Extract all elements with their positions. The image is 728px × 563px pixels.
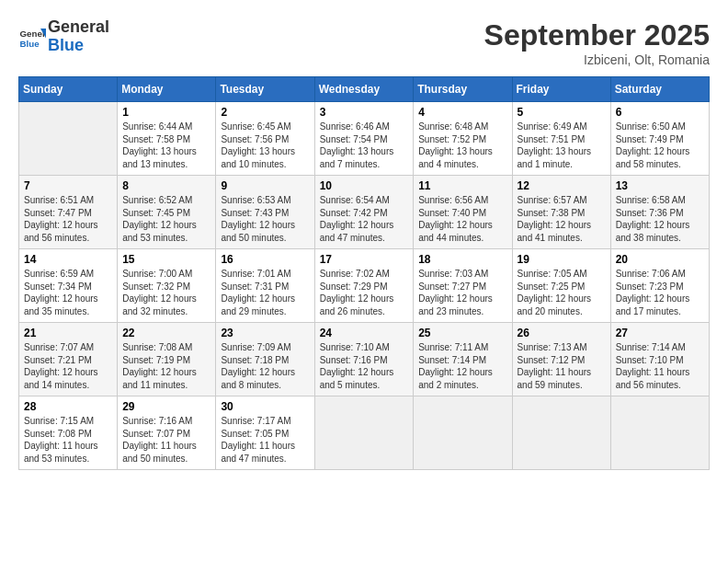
calendar-cell: 15Sunrise: 7:00 AM Sunset: 7:32 PM Dayli… <box>118 249 216 323</box>
day-header-saturday: Saturday <box>610 77 709 102</box>
day-info: Sunrise: 6:50 AM Sunset: 7:49 PM Dayligh… <box>616 121 704 170</box>
calendar-cell: 1Sunrise: 6:44 AM Sunset: 7:58 PM Daylig… <box>118 102 216 176</box>
day-info: Sunrise: 6:46 AM Sunset: 7:54 PM Dayligh… <box>320 121 409 170</box>
calendar-header-row: SundayMondayTuesdayWednesdayThursdayFrid… <box>19 77 710 102</box>
svg-text:Blue: Blue <box>20 38 40 48</box>
day-info: Sunrise: 7:06 AM Sunset: 7:23 PM Dayligh… <box>616 268 704 317</box>
calendar-cell: 27Sunrise: 7:14 AM Sunset: 7:10 PM Dayli… <box>610 323 709 396</box>
day-header-sunday: Sunday <box>19 77 118 102</box>
day-info: Sunrise: 7:07 AM Sunset: 7:21 PM Dayligh… <box>24 341 112 391</box>
day-info: Sunrise: 6:59 AM Sunset: 7:34 PM Dayligh… <box>24 268 112 317</box>
calendar-cell: 26Sunrise: 7:13 AM Sunset: 7:12 PM Dayli… <box>512 323 610 396</box>
location: Izbiceni, Olt, Romania <box>484 52 710 67</box>
calendar-cell: 24Sunrise: 7:10 AM Sunset: 7:16 PM Dayli… <box>314 323 414 396</box>
day-number: 27 <box>616 327 704 339</box>
calendar-cell: 9Sunrise: 6:53 AM Sunset: 7:43 PM Daylig… <box>216 176 314 249</box>
day-info: Sunrise: 6:58 AM Sunset: 7:36 PM Dayligh… <box>616 194 704 244</box>
day-number: 24 <box>320 327 409 339</box>
day-number: 7 <box>24 179 112 192</box>
calendar-cell: 3Sunrise: 6:46 AM Sunset: 7:54 PM Daylig… <box>314 102 414 176</box>
day-number: 26 <box>518 327 606 339</box>
title-block: September 2025 Izbiceni, Olt, Romania <box>484 18 710 67</box>
day-number: 14 <box>24 253 112 266</box>
day-info: Sunrise: 6:53 AM Sunset: 7:43 PM Dayligh… <box>221 194 309 244</box>
day-info: Sunrise: 7:00 AM Sunset: 7:32 PM Dayligh… <box>122 268 210 317</box>
day-number: 12 <box>518 179 606 192</box>
calendar-cell: 25Sunrise: 7:11 AM Sunset: 7:14 PM Dayli… <box>414 323 512 396</box>
day-info: Sunrise: 6:54 AM Sunset: 7:42 PM Dayligh… <box>320 194 409 244</box>
week-row-2: 14Sunrise: 6:59 AM Sunset: 7:34 PM Dayli… <box>19 249 710 323</box>
day-number: 25 <box>418 327 506 339</box>
day-info: Sunrise: 6:56 AM Sunset: 7:40 PM Dayligh… <box>418 194 506 244</box>
week-row-0: 1Sunrise: 6:44 AM Sunset: 7:58 PM Daylig… <box>19 102 710 176</box>
calendar-cell: 23Sunrise: 7:09 AM Sunset: 7:18 PM Dayli… <box>216 323 314 396</box>
day-number: 19 <box>518 253 606 266</box>
day-number: 28 <box>24 400 112 413</box>
calendar-cell <box>512 396 610 470</box>
page-header: General Blue General Blue September 2025… <box>18 18 710 67</box>
calendar-cell <box>414 396 512 470</box>
calendar-cell: 18Sunrise: 7:03 AM Sunset: 7:27 PM Dayli… <box>414 249 512 323</box>
day-header-thursday: Thursday <box>414 77 512 102</box>
calendar-cell: 19Sunrise: 7:05 AM Sunset: 7:25 PM Dayli… <box>512 249 610 323</box>
day-info: Sunrise: 7:03 AM Sunset: 7:27 PM Dayligh… <box>418 268 506 317</box>
calendar-cell: 29Sunrise: 7:16 AM Sunset: 7:07 PM Dayli… <box>118 396 216 470</box>
day-number: 8 <box>122 179 210 192</box>
calendar-cell <box>610 396 709 470</box>
day-info: Sunrise: 7:10 AM Sunset: 7:16 PM Dayligh… <box>320 341 409 391</box>
calendar-cell: 20Sunrise: 7:06 AM Sunset: 7:23 PM Dayli… <box>610 249 709 323</box>
day-info: Sunrise: 7:05 AM Sunset: 7:25 PM Dayligh… <box>518 268 606 317</box>
logo: General Blue General Blue <box>18 18 109 55</box>
day-info: Sunrise: 7:14 AM Sunset: 7:10 PM Dayligh… <box>616 341 704 391</box>
calendar-cell <box>314 396 414 470</box>
calendar-cell: 17Sunrise: 7:02 AM Sunset: 7:29 PM Dayli… <box>314 249 414 323</box>
day-header-tuesday: Tuesday <box>216 77 314 102</box>
day-info: Sunrise: 6:45 AM Sunset: 7:56 PM Dayligh… <box>221 121 309 170</box>
day-number: 29 <box>122 400 210 413</box>
calendar-cell: 7Sunrise: 6:51 AM Sunset: 7:47 PM Daylig… <box>19 176 118 249</box>
calendar-cell <box>19 102 118 176</box>
calendar-cell: 16Sunrise: 7:01 AM Sunset: 7:31 PM Dayli… <box>216 249 314 323</box>
day-info: Sunrise: 7:15 AM Sunset: 7:08 PM Dayligh… <box>24 415 112 465</box>
calendar-cell: 28Sunrise: 7:15 AM Sunset: 7:08 PM Dayli… <box>19 396 118 470</box>
week-row-3: 21Sunrise: 7:07 AM Sunset: 7:21 PM Dayli… <box>19 323 710 396</box>
calendar-cell: 10Sunrise: 6:54 AM Sunset: 7:42 PM Dayli… <box>314 176 414 249</box>
calendar-cell: 2Sunrise: 6:45 AM Sunset: 7:56 PM Daylig… <box>216 102 314 176</box>
day-info: Sunrise: 6:57 AM Sunset: 7:38 PM Dayligh… <box>518 194 606 244</box>
calendar-cell: 14Sunrise: 6:59 AM Sunset: 7:34 PM Dayli… <box>19 249 118 323</box>
day-number: 23 <box>221 327 309 339</box>
day-header-wednesday: Wednesday <box>314 77 414 102</box>
day-number: 5 <box>518 106 606 119</box>
calendar-cell: 5Sunrise: 6:49 AM Sunset: 7:51 PM Daylig… <box>512 102 610 176</box>
day-number: 18 <box>418 253 506 266</box>
day-info: Sunrise: 6:52 AM Sunset: 7:45 PM Dayligh… <box>122 194 210 244</box>
day-number: 17 <box>320 253 409 266</box>
day-number: 21 <box>24 327 112 339</box>
logo-icon: General Blue <box>18 23 46 51</box>
day-number: 2 <box>221 106 309 119</box>
calendar-cell: 13Sunrise: 6:58 AM Sunset: 7:36 PM Dayli… <box>610 176 709 249</box>
day-number: 9 <box>221 179 309 192</box>
day-info: Sunrise: 6:44 AM Sunset: 7:58 PM Dayligh… <box>122 121 210 170</box>
day-info: Sunrise: 7:02 AM Sunset: 7:29 PM Dayligh… <box>320 268 409 317</box>
logo-line2: Blue <box>48 37 109 55</box>
calendar-cell: 12Sunrise: 6:57 AM Sunset: 7:38 PM Dayli… <box>512 176 610 249</box>
day-number: 6 <box>616 106 704 119</box>
week-row-1: 7Sunrise: 6:51 AM Sunset: 7:47 PM Daylig… <box>19 176 710 249</box>
day-number: 10 <box>320 179 409 192</box>
day-info: Sunrise: 7:08 AM Sunset: 7:19 PM Dayligh… <box>122 341 210 391</box>
day-info: Sunrise: 7:01 AM Sunset: 7:31 PM Dayligh… <box>221 268 309 317</box>
day-number: 16 <box>221 253 309 266</box>
day-info: Sunrise: 6:49 AM Sunset: 7:51 PM Dayligh… <box>518 121 606 170</box>
calendar-cell: 6Sunrise: 6:50 AM Sunset: 7:49 PM Daylig… <box>610 102 709 176</box>
day-info: Sunrise: 7:13 AM Sunset: 7:12 PM Dayligh… <box>518 341 606 391</box>
day-number: 22 <box>122 327 210 339</box>
day-info: Sunrise: 7:09 AM Sunset: 7:18 PM Dayligh… <box>221 341 309 391</box>
calendar-table: SundayMondayTuesdayWednesdayThursdayFrid… <box>18 76 710 470</box>
month-title: September 2025 <box>484 18 710 52</box>
day-info: Sunrise: 6:51 AM Sunset: 7:47 PM Dayligh… <box>24 194 112 244</box>
day-number: 3 <box>320 106 409 119</box>
calendar-cell: 11Sunrise: 6:56 AM Sunset: 7:40 PM Dayli… <box>414 176 512 249</box>
calendar-body: 1Sunrise: 6:44 AM Sunset: 7:58 PM Daylig… <box>19 102 710 470</box>
day-info: Sunrise: 7:16 AM Sunset: 7:07 PM Dayligh… <box>122 415 210 465</box>
